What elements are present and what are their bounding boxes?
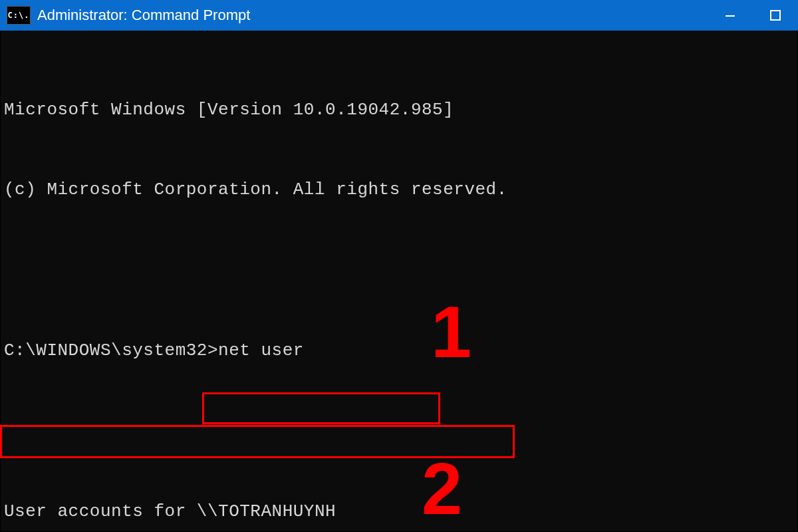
prompt-line-1: C:\WINDOWS\system32>net user (4, 337, 791, 364)
line-version: Microsoft Windows [Version 10.0.19042.98… (4, 96, 791, 123)
canvas: C:\. Administrator: Command Prompt Micro… (0, 0, 798, 532)
accounts-header: User accounts for \\TOTRANHUYNH (4, 498, 791, 525)
svg-rect-1 (771, 11, 780, 20)
cmd-app-icon-text: C:\. (8, 11, 30, 19)
maximize-icon (769, 9, 781, 21)
svg-rect-0 (726, 15, 735, 17)
blank-line (4, 418, 791, 444)
cmd-window: C:\. Administrator: Command Prompt Micro… (0, 0, 798, 532)
window-title: Administrator: Command Prompt (37, 7, 250, 24)
minimize-icon (724, 9, 736, 21)
prompt-cmd-1: net user (218, 340, 304, 360)
terminal-body[interactable]: Microsoft Windows [Version 10.0.19042.98… (0, 31, 798, 532)
window-controls (708, 0, 798, 31)
prompt-path-1: C:\WINDOWS\system32> (4, 340, 218, 360)
minimize-button[interactable] (708, 0, 753, 31)
blank-line (4, 257, 791, 283)
cmd-app-icon: C:\. (7, 6, 31, 25)
maximize-button[interactable] (753, 0, 798, 31)
titlebar[interactable]: C:\. Administrator: Command Prompt (0, 0, 798, 31)
line-copyright: (c) Microsoft Corporation. All rights re… (4, 176, 791, 203)
